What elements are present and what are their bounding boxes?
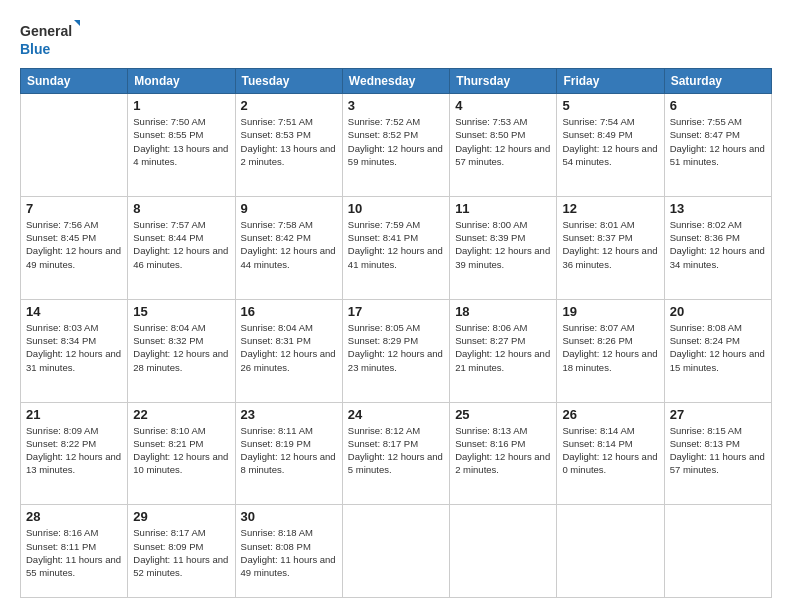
- day-info: Sunrise: 8:04 AMSunset: 8:31 PMDaylight:…: [241, 321, 337, 374]
- day-cell: 18Sunrise: 8:06 AMSunset: 8:27 PMDayligh…: [450, 299, 557, 402]
- day-info: Sunrise: 7:54 AMSunset: 8:49 PMDaylight:…: [562, 115, 658, 168]
- day-number: 19: [562, 304, 658, 319]
- day-cell: 11Sunrise: 8:00 AMSunset: 8:39 PMDayligh…: [450, 196, 557, 299]
- day-number: 26: [562, 407, 658, 422]
- day-number: 5: [562, 98, 658, 113]
- day-cell: 13Sunrise: 8:02 AMSunset: 8:36 PMDayligh…: [664, 196, 771, 299]
- day-cell: 2Sunrise: 7:51 AMSunset: 8:53 PMDaylight…: [235, 94, 342, 197]
- day-number: 29: [133, 509, 229, 524]
- calendar: SundayMondayTuesdayWednesdayThursdayFrid…: [20, 68, 772, 598]
- day-info: Sunrise: 8:07 AMSunset: 8:26 PMDaylight:…: [562, 321, 658, 374]
- day-number: 13: [670, 201, 766, 216]
- svg-text:Blue: Blue: [20, 41, 51, 57]
- day-cell: 22Sunrise: 8:10 AMSunset: 8:21 PMDayligh…: [128, 402, 235, 505]
- day-cell: 27Sunrise: 8:15 AMSunset: 8:13 PMDayligh…: [664, 402, 771, 505]
- day-info: Sunrise: 8:04 AMSunset: 8:32 PMDaylight:…: [133, 321, 229, 374]
- day-info: Sunrise: 8:18 AMSunset: 8:08 PMDaylight:…: [241, 526, 337, 579]
- day-number: 11: [455, 201, 551, 216]
- day-info: Sunrise: 7:51 AMSunset: 8:53 PMDaylight:…: [241, 115, 337, 168]
- weekday-header-row: SundayMondayTuesdayWednesdayThursdayFrid…: [21, 69, 772, 94]
- day-number: 12: [562, 201, 658, 216]
- day-cell: 5Sunrise: 7:54 AMSunset: 8:49 PMDaylight…: [557, 94, 664, 197]
- day-cell: 16Sunrise: 8:04 AMSunset: 8:31 PMDayligh…: [235, 299, 342, 402]
- day-number: 17: [348, 304, 444, 319]
- day-cell: 3Sunrise: 7:52 AMSunset: 8:52 PMDaylight…: [342, 94, 449, 197]
- day-info: Sunrise: 8:00 AMSunset: 8:39 PMDaylight:…: [455, 218, 551, 271]
- day-cell: 28Sunrise: 8:16 AMSunset: 8:11 PMDayligh…: [21, 505, 128, 598]
- day-info: Sunrise: 7:56 AMSunset: 8:45 PMDaylight:…: [26, 218, 122, 271]
- day-cell: [664, 505, 771, 598]
- weekday-header-thursday: Thursday: [450, 69, 557, 94]
- day-number: 9: [241, 201, 337, 216]
- day-number: 2: [241, 98, 337, 113]
- svg-text:General: General: [20, 23, 72, 39]
- weekday-header-saturday: Saturday: [664, 69, 771, 94]
- day-info: Sunrise: 7:58 AMSunset: 8:42 PMDaylight:…: [241, 218, 337, 271]
- header: General Blue: [20, 18, 772, 60]
- day-number: 14: [26, 304, 122, 319]
- weekday-header-wednesday: Wednesday: [342, 69, 449, 94]
- weekday-header-sunday: Sunday: [21, 69, 128, 94]
- day-number: 21: [26, 407, 122, 422]
- day-cell: 25Sunrise: 8:13 AMSunset: 8:16 PMDayligh…: [450, 402, 557, 505]
- svg-marker-2: [74, 20, 80, 28]
- week-row-3: 14Sunrise: 8:03 AMSunset: 8:34 PMDayligh…: [21, 299, 772, 402]
- day-info: Sunrise: 7:52 AMSunset: 8:52 PMDaylight:…: [348, 115, 444, 168]
- day-cell: 8Sunrise: 7:57 AMSunset: 8:44 PMDaylight…: [128, 196, 235, 299]
- day-number: 1: [133, 98, 229, 113]
- day-number: 18: [455, 304, 551, 319]
- day-number: 30: [241, 509, 337, 524]
- day-cell: 26Sunrise: 8:14 AMSunset: 8:14 PMDayligh…: [557, 402, 664, 505]
- day-cell: 23Sunrise: 8:11 AMSunset: 8:19 PMDayligh…: [235, 402, 342, 505]
- day-info: Sunrise: 8:09 AMSunset: 8:22 PMDaylight:…: [26, 424, 122, 477]
- day-cell: 6Sunrise: 7:55 AMSunset: 8:47 PMDaylight…: [664, 94, 771, 197]
- day-cell: 12Sunrise: 8:01 AMSunset: 8:37 PMDayligh…: [557, 196, 664, 299]
- day-number: 25: [455, 407, 551, 422]
- day-info: Sunrise: 8:10 AMSunset: 8:21 PMDaylight:…: [133, 424, 229, 477]
- day-cell: 15Sunrise: 8:04 AMSunset: 8:32 PMDayligh…: [128, 299, 235, 402]
- day-number: 16: [241, 304, 337, 319]
- day-cell: 17Sunrise: 8:05 AMSunset: 8:29 PMDayligh…: [342, 299, 449, 402]
- day-cell: [21, 94, 128, 197]
- day-cell: [450, 505, 557, 598]
- day-cell: 19Sunrise: 8:07 AMSunset: 8:26 PMDayligh…: [557, 299, 664, 402]
- weekday-header-tuesday: Tuesday: [235, 69, 342, 94]
- day-info: Sunrise: 7:53 AMSunset: 8:50 PMDaylight:…: [455, 115, 551, 168]
- day-cell: [557, 505, 664, 598]
- week-row-5: 28Sunrise: 8:16 AMSunset: 8:11 PMDayligh…: [21, 505, 772, 598]
- day-number: 3: [348, 98, 444, 113]
- day-info: Sunrise: 8:13 AMSunset: 8:16 PMDaylight:…: [455, 424, 551, 477]
- day-info: Sunrise: 8:08 AMSunset: 8:24 PMDaylight:…: [670, 321, 766, 374]
- logo: General Blue: [20, 18, 80, 60]
- day-number: 27: [670, 407, 766, 422]
- day-cell: 21Sunrise: 8:09 AMSunset: 8:22 PMDayligh…: [21, 402, 128, 505]
- day-cell: 14Sunrise: 8:03 AMSunset: 8:34 PMDayligh…: [21, 299, 128, 402]
- weekday-header-monday: Monday: [128, 69, 235, 94]
- day-info: Sunrise: 8:14 AMSunset: 8:14 PMDaylight:…: [562, 424, 658, 477]
- day-info: Sunrise: 8:05 AMSunset: 8:29 PMDaylight:…: [348, 321, 444, 374]
- day-info: Sunrise: 8:06 AMSunset: 8:27 PMDaylight:…: [455, 321, 551, 374]
- week-row-1: 1Sunrise: 7:50 AMSunset: 8:55 PMDaylight…: [21, 94, 772, 197]
- day-number: 20: [670, 304, 766, 319]
- day-number: 10: [348, 201, 444, 216]
- day-number: 8: [133, 201, 229, 216]
- day-cell: 4Sunrise: 7:53 AMSunset: 8:50 PMDaylight…: [450, 94, 557, 197]
- day-number: 15: [133, 304, 229, 319]
- day-number: 28: [26, 509, 122, 524]
- week-row-2: 7Sunrise: 7:56 AMSunset: 8:45 PMDaylight…: [21, 196, 772, 299]
- day-cell: 29Sunrise: 8:17 AMSunset: 8:09 PMDayligh…: [128, 505, 235, 598]
- day-cell: 10Sunrise: 7:59 AMSunset: 8:41 PMDayligh…: [342, 196, 449, 299]
- day-cell: 30Sunrise: 8:18 AMSunset: 8:08 PMDayligh…: [235, 505, 342, 598]
- day-cell: 20Sunrise: 8:08 AMSunset: 8:24 PMDayligh…: [664, 299, 771, 402]
- day-info: Sunrise: 8:11 AMSunset: 8:19 PMDaylight:…: [241, 424, 337, 477]
- day-cell: 7Sunrise: 7:56 AMSunset: 8:45 PMDaylight…: [21, 196, 128, 299]
- day-info: Sunrise: 8:12 AMSunset: 8:17 PMDaylight:…: [348, 424, 444, 477]
- day-info: Sunrise: 8:17 AMSunset: 8:09 PMDaylight:…: [133, 526, 229, 579]
- day-number: 23: [241, 407, 337, 422]
- day-cell: 9Sunrise: 7:58 AMSunset: 8:42 PMDaylight…: [235, 196, 342, 299]
- day-info: Sunrise: 8:01 AMSunset: 8:37 PMDaylight:…: [562, 218, 658, 271]
- logo-svg: General Blue: [20, 18, 80, 60]
- day-cell: 1Sunrise: 7:50 AMSunset: 8:55 PMDaylight…: [128, 94, 235, 197]
- day-info: Sunrise: 8:15 AMSunset: 8:13 PMDaylight:…: [670, 424, 766, 477]
- day-info: Sunrise: 7:50 AMSunset: 8:55 PMDaylight:…: [133, 115, 229, 168]
